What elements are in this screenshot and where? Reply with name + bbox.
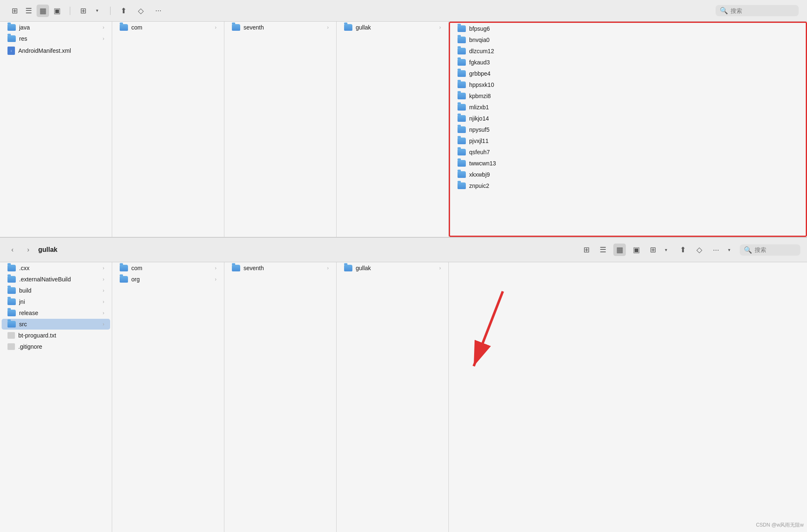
list-item[interactable]: seventh ›: [226, 22, 335, 33]
item-label: gullak: [356, 24, 371, 31]
item-label: bt-proguard.txt: [18, 332, 56, 339]
top-column-last: bfpsug6 bnvqia0 dlzcum12 fgkaud3 grbbpe4…: [449, 22, 807, 237]
item-label: build: [19, 287, 32, 294]
list-item[interactable]: build ›: [2, 285, 110, 296]
chevron-down-icon[interactable]: ▾: [91, 5, 103, 17]
share-icon-bottom[interactable]: ⬆: [677, 244, 689, 256]
search-icon-bottom: 🔍: [744, 246, 752, 254]
more-icon-bottom[interactable]: ···: [710, 244, 722, 256]
chevron-icon: ›: [103, 299, 104, 305]
item-label: src: [19, 321, 27, 328]
chevron-icon: ›: [103, 25, 104, 30]
list-icon[interactable]: ☰: [22, 5, 35, 17]
list-item[interactable]: qsfeuh7: [452, 147, 804, 158]
item-label: bfpsug6: [469, 25, 490, 32]
view-controls: ⊞ ☰ ▦ ▣: [8, 5, 63, 17]
folder-icon: [458, 149, 466, 155]
list-item[interactable]: res ›: [2, 33, 110, 44]
chevron-icon: ›: [103, 288, 104, 293]
item-label: mlizxb1: [469, 104, 489, 111]
monitor-icon-bottom[interactable]: ▣: [630, 244, 642, 256]
folder-list: bfpsug6 bnvqia0 dlzcum12 fgkaud3 grbbpe4…: [450, 23, 806, 191]
folder-icon: [120, 265, 128, 271]
tag-icon-bottom[interactable]: ◇: [693, 244, 706, 256]
folder-icon: [458, 70, 466, 77]
list-item[interactable]: com ›: [114, 263, 222, 273]
bottom-search-input[interactable]: [755, 246, 796, 253]
item-label: dlzcum12: [469, 48, 494, 54]
folder-icon: [232, 265, 240, 271]
item-label: .externalNativeBuild: [19, 276, 71, 283]
list-item[interactable]: znpuic2: [452, 180, 804, 191]
chevron-icon: ›: [215, 265, 217, 271]
list-item[interactable]: njikjo14: [452, 113, 804, 124]
list-item[interactable]: gullak ›: [338, 22, 447, 33]
file-icon: [7, 332, 15, 339]
folder-icon: [458, 37, 466, 43]
item-label: com: [131, 24, 142, 31]
list-item[interactable]: grbbpe4: [452, 68, 804, 79]
columns-icon-bottom[interactable]: ▦: [613, 244, 626, 256]
list-item[interactable]: dlzcum12: [452, 46, 804, 57]
folder-icon: [458, 93, 466, 99]
folder-icon: [7, 265, 16, 271]
list-item[interactable]: src ›: [2, 319, 110, 330]
list-item[interactable]: npysuf5: [452, 124, 804, 135]
list-item[interactable]: i AndroidManifest.xml: [2, 44, 110, 57]
item-label: AndroidManifest.xml: [18, 47, 71, 54]
more-chevron-icon-bottom[interactable]: ▾: [723, 244, 736, 256]
list-item[interactable]: fgkaud3: [452, 57, 804, 68]
list-item[interactable]: .gitignore: [2, 341, 110, 352]
grid-apps-icon-bottom[interactable]: ⊞: [647, 244, 659, 256]
list-item[interactable]: pjvxjl11: [452, 135, 804, 146]
list-item[interactable]: twwcwn13: [452, 158, 804, 169]
bottom-toolbar-controls: ⊞ ☰ ▦ ▣ ⊞ ▾ ⬆ ◇ ··· ▾ 🔍: [580, 244, 800, 256]
list-item[interactable]: jni ›: [2, 296, 110, 307]
list-item[interactable]: kpbmzi8: [452, 91, 804, 101]
chevron-icon: ›: [103, 310, 104, 316]
more-icon[interactable]: ···: [152, 5, 165, 17]
columns-icon[interactable]: ▦: [37, 5, 49, 17]
list-item[interactable]: com ›: [114, 22, 222, 33]
monitor-icon[interactable]: ▣: [51, 5, 63, 17]
folder-icon: [458, 48, 466, 54]
bottom-search-bar[interactable]: 🔍: [740, 244, 800, 256]
folder-icon: [458, 126, 466, 133]
grid-apps-icon[interactable]: ⊞: [77, 5, 89, 17]
folder-icon: [7, 321, 16, 328]
item-label: npysuf5: [469, 126, 490, 133]
folder-icon: [458, 171, 466, 178]
list-item[interactable]: .externalNativeBuild ›: [2, 274, 110, 285]
grid-icon[interactable]: ⊞: [8, 5, 21, 17]
list-item[interactable]: .cxx ›: [2, 263, 110, 273]
tag-icon[interactable]: ◇: [135, 5, 147, 17]
list-item[interactable]: xkxwbj9: [452, 169, 804, 180]
search-input[interactable]: [731, 7, 793, 14]
grid-icon-bottom[interactable]: ⊞: [580, 244, 593, 256]
list-item[interactable]: mlizxb1: [452, 102, 804, 113]
list-item[interactable]: gullak ›: [338, 263, 447, 273]
list-item[interactable]: hppsxk10: [452, 79, 804, 90]
item-label: znpuic2: [469, 182, 489, 189]
top-search-bar[interactable]: 🔍: [716, 5, 799, 16]
chevron-icon: ›: [103, 276, 104, 282]
share-icon[interactable]: ⬆: [117, 5, 130, 17]
list-item[interactable]: release ›: [2, 308, 110, 318]
back-button[interactable]: ‹: [7, 244, 18, 256]
item-label: seventh: [244, 24, 264, 31]
list-item[interactable]: bnvqia0: [452, 34, 804, 45]
list-item[interactable]: java ›: [2, 22, 110, 33]
chevron-icon: ›: [103, 265, 104, 271]
item-label: com: [131, 265, 142, 271]
chevron-icon: ›: [327, 265, 329, 271]
list-item[interactable]: seventh ›: [226, 263, 335, 273]
list-item[interactable]: org ›: [114, 274, 222, 285]
item-label: bnvqia0: [469, 37, 490, 43]
folder-icon: [7, 276, 16, 283]
folder-icon: [458, 115, 466, 122]
list-item[interactable]: bt-proguard.txt: [2, 330, 110, 341]
chevron-down-icon-bottom[interactable]: ▾: [660, 244, 672, 256]
forward-button[interactable]: ›: [22, 244, 34, 256]
list-item[interactable]: bfpsug6: [452, 23, 804, 34]
list-icon-bottom[interactable]: ☰: [597, 244, 609, 256]
